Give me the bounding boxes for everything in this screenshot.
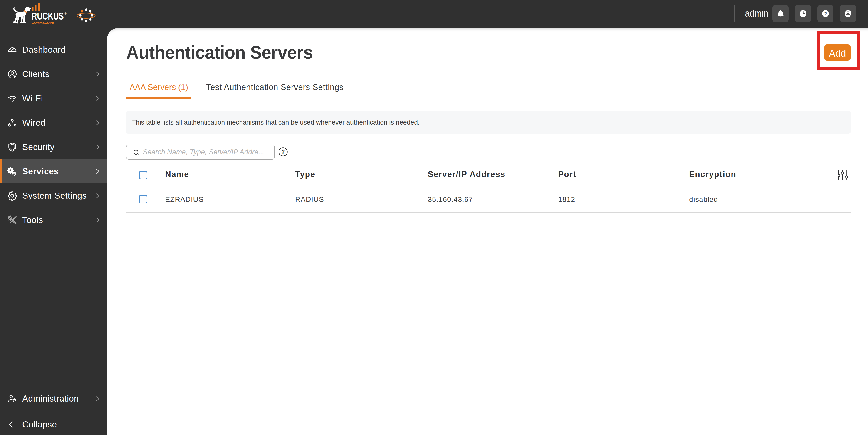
svg-text:RUCKUS: RUCKUS xyxy=(32,10,64,22)
svg-text:®: ® xyxy=(64,12,66,15)
svg-text:?: ? xyxy=(824,11,827,17)
svg-text:COMMSCOPE: COMMSCOPE xyxy=(32,21,54,25)
svg-text:?: ? xyxy=(281,149,285,155)
